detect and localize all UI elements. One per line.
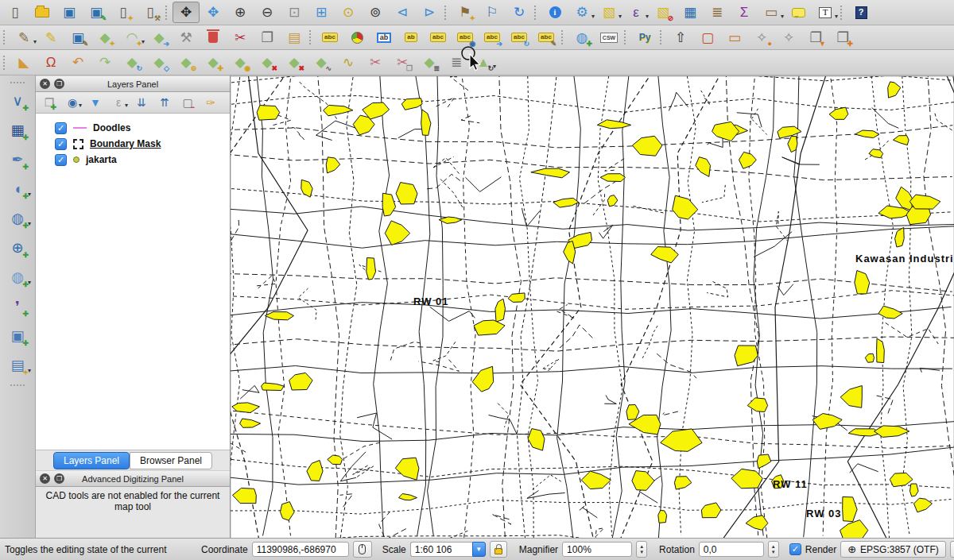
- layer-visibility-checkbox[interactable]: ✓: [55, 122, 67, 134]
- dropdown-arrow-icon[interactable]: ▾: [493, 63, 496, 70]
- split-features[interactable]: ✂: [362, 52, 389, 73]
- layer-item-doodles[interactable]: ✓Doodles: [36, 120, 230, 136]
- layer-labeling[interactable]: abc: [316, 27, 343, 48]
- messages-button[interactable]: [950, 541, 954, 558]
- dropdown-arrow-icon[interactable]: ▾: [33, 38, 37, 45]
- new-bookmark[interactable]: ⚑✦: [452, 2, 479, 23]
- datasource-swap-down[interactable]: ❐▼: [802, 27, 829, 48]
- deselect-features[interactable]: ▧⊘: [650, 2, 677, 23]
- save-project-as[interactable]: ▣✎: [83, 2, 110, 23]
- metasearch[interactable]: ◍✚: [568, 27, 595, 48]
- change-label[interactable]: abc✎: [533, 27, 560, 48]
- show-bookmarks[interactable]: ⚐: [479, 2, 506, 23]
- add-ring[interactable]: ◆⊚: [173, 52, 200, 73]
- delete-ring[interactable]: ◆✖: [254, 52, 281, 73]
- merge-feature-attributes[interactable]: ≣: [443, 52, 470, 73]
- toggle-extents-mouse-button[interactable]: [353, 541, 372, 558]
- dropdown-arrow-icon[interactable]: ▾: [125, 102, 128, 109]
- rotation-input[interactable]: 0,0: [699, 542, 764, 557]
- tab-layers-panel[interactable]: Layers Panel: [53, 452, 130, 469]
- cut-features[interactable]: ✂: [227, 27, 254, 48]
- zoom-out[interactable]: ⊖: [254, 2, 281, 23]
- add-wcs-layer[interactable]: ⊕✚: [3, 236, 32, 260]
- undo[interactable]: ↶: [64, 52, 91, 73]
- map-tips[interactable]: [785, 2, 812, 23]
- snapping-options[interactable]: Ω: [37, 52, 64, 73]
- stepper-up-icon[interactable]: ▲: [771, 544, 776, 550]
- rotation-stepper[interactable]: ▲▼: [768, 541, 779, 558]
- zoom-to-selection[interactable]: ⊙: [335, 2, 362, 23]
- layer-name[interactable]: Doodles: [93, 122, 130, 133]
- decoration-wand[interactable]: ✧●: [748, 27, 775, 48]
- identify-features[interactable]: i: [541, 2, 568, 23]
- new-geopackage-layer[interactable]: ▤✦▾: [3, 353, 32, 377]
- cad-construction[interactable]: ◣: [10, 52, 37, 73]
- fill-ring[interactable]: ◆◉: [227, 52, 254, 73]
- layer-visibility-checkbox[interactable]: ✓: [55, 138, 67, 150]
- add-postgis-layer[interactable]: ◖✚▾: [3, 177, 32, 201]
- dropdown-arrow-icon[interactable]: ▾: [28, 191, 31, 198]
- dropdown-arrow-icon[interactable]: ▾: [619, 13, 622, 20]
- run-feature-action[interactable]: ⚙▾: [568, 2, 595, 23]
- reshape-features[interactable]: ◆∿: [308, 52, 335, 73]
- delete-part[interactable]: ◆✖: [281, 52, 308, 73]
- expand-all[interactable]: ⇊: [131, 94, 152, 112]
- current-edits[interactable]: ✎▾: [10, 27, 37, 48]
- offset-curve[interactable]: ∿: [335, 52, 362, 73]
- rotate-feature[interactable]: ◆↻: [118, 52, 145, 73]
- open-attribute-table[interactable]: ▦: [677, 2, 704, 23]
- layer-visibility-checkbox[interactable]: ✓: [55, 154, 67, 166]
- select-features[interactable]: ▧▾: [595, 2, 622, 23]
- pan-to-selection[interactable]: ✥: [200, 2, 227, 23]
- select-annotation-region[interactable]: ▢: [694, 27, 721, 48]
- advanced-digitizing-close-icon[interactable]: ✕: [40, 473, 50, 484]
- remove-layer[interactable]: ▢−: [177, 94, 198, 112]
- unpin-labels[interactable]: ab: [398, 27, 425, 48]
- stepper-down-icon[interactable]: ▼: [639, 550, 644, 555]
- render-checkbox[interactable]: ✓: [789, 543, 801, 555]
- rotate-label[interactable]: abc↻: [506, 27, 533, 48]
- add-feature[interactable]: ◆✦: [91, 27, 118, 48]
- text-annotation[interactable]: T▾: [812, 2, 839, 23]
- open-project[interactable]: [29, 2, 56, 23]
- merge-features[interactable]: ◆≣: [416, 52, 443, 73]
- layer-name[interactable]: jakarta: [86, 154, 117, 165]
- decoration-wand-alt[interactable]: ✧: [775, 27, 802, 48]
- zoom-in[interactable]: ⊕: [227, 2, 254, 23]
- layer-item-boundary-mask[interactable]: ✓Boundary Mask: [36, 136, 230, 152]
- scale-dropdown-icon[interactable]: ▼: [472, 542, 486, 557]
- add-delimited-text-layer[interactable]: ❜✚: [3, 295, 32, 319]
- field-calculator[interactable]: ≣: [704, 2, 731, 23]
- save-project[interactable]: ▣: [56, 2, 83, 23]
- add-raster-layer[interactable]: ▦✚: [3, 118, 32, 142]
- add-part[interactable]: ◆✚: [200, 52, 227, 73]
- new-project[interactable]: ▯: [2, 2, 29, 23]
- split-parts[interactable]: ✂❐: [389, 52, 416, 73]
- dropdown-arrow-icon[interactable]: ▾: [781, 13, 784, 20]
- dropdown-arrow-icon[interactable]: ▾: [28, 367, 31, 374]
- new-shapefile-layer[interactable]: ▣✚: [3, 324, 32, 348]
- dropdown-arrow-icon[interactable]: ▾: [591, 13, 595, 20]
- magnifier-input[interactable]: 100%: [562, 542, 632, 557]
- pan-map[interactable]: ✥: [173, 2, 200, 23]
- dropdown-arrow-icon[interactable]: ▾: [28, 279, 31, 286]
- copy-features[interactable]: ❐: [254, 27, 281, 48]
- composer-manager[interactable]: ▯⚒: [137, 2, 164, 23]
- help-contents[interactable]: ?: [847, 2, 874, 23]
- python-console[interactable]: Py: [631, 27, 658, 48]
- crs-status-button[interactable]: ⊕ EPSG:3857 (OTF): [840, 541, 946, 558]
- layer-diagram[interactable]: [343, 27, 370, 48]
- csw-search[interactable]: CSW: [595, 27, 622, 48]
- advanced-digitizing-detach-icon[interactable]: ❒: [54, 473, 64, 484]
- collapse-all[interactable]: ⇈: [154, 94, 175, 112]
- add-spatialite-layer[interactable]: ✒✚: [3, 148, 32, 172]
- dropdown-arrow-icon[interactable]: ▾: [835, 13, 838, 20]
- refresh-map[interactable]: ↻: [506, 2, 533, 23]
- map-canvas[interactable]: RW 01Kawasan Industri PuRW 11RW 03: [231, 75, 954, 538]
- new-print-composer[interactable]: ▯✦: [110, 2, 137, 23]
- statistical-summary[interactable]: Σ: [731, 2, 758, 23]
- show-hide-labels[interactable]: abc◉: [452, 27, 479, 48]
- highlight-pinned-labels[interactable]: abc: [425, 27, 452, 48]
- extent-rectangle[interactable]: ▭: [721, 27, 748, 48]
- zoom-full-extent[interactable]: ⊞: [308, 2, 335, 23]
